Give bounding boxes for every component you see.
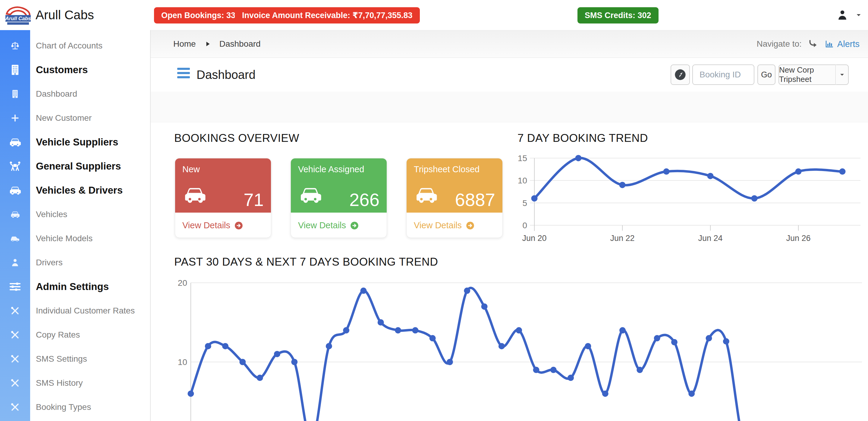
y-axis-tick-label: 10 <box>178 357 187 367</box>
sidebar-item-label: Copy Rates <box>36 330 80 340</box>
user-menu[interactable] <box>835 0 863 30</box>
arull-cabs-logo: Arull Cabs <box>4 5 32 25</box>
x-axis-tick-label: Jun 20 <box>522 234 547 243</box>
card-header: Vehicle Assigned 266 <box>291 158 387 213</box>
seven-day-trend-title: 7 DAY BOOKING TREND <box>518 132 648 144</box>
y-axis-tick-label: 5 <box>522 198 527 208</box>
empty-panel-strip <box>151 92 868 122</box>
go-button[interactable]: Go <box>757 64 775 85</box>
sidebar-item-label: Booking Types <box>36 402 91 412</box>
sidebar-item-label: Drivers <box>36 258 63 267</box>
plus-icon <box>0 106 30 130</box>
booking-card-vehicle-assigned: Vehicle Assigned 266 View Details <box>290 158 387 238</box>
x-axis-tick-label: Jun 26 <box>786 234 810 243</box>
sidebar-item-copy-rates[interactable]: Copy Rates <box>0 323 150 347</box>
booking-card-new: New 71 View Details <box>175 158 271 238</box>
view-details-link[interactable]: View Details <box>182 221 244 230</box>
sidebar-item-customers[interactable]: Customers <box>0 58 150 82</box>
sidebar: Chart of AccountsCustomersDashboardNew C… <box>0 30 151 421</box>
sidebar-item-admin-settings[interactable]: Admin Settings <box>0 274 150 299</box>
app-header: Arull Cabs Arull Cabs Open Bookings: 337… <box>0 0 868 30</box>
tools-icon <box>0 323 30 347</box>
car-icon <box>0 130 30 154</box>
breadcrumb-separator-icon <box>204 40 212 48</box>
sidebar-item-label: New Customer <box>36 113 92 123</box>
booking-id-input[interactable] <box>700 70 747 79</box>
sidebar-item-label: SMS History <box>36 378 83 388</box>
sidebar-item-label: Chart of Accounts <box>36 41 102 51</box>
booking-card-tripsheet-closed: Tripsheet Closed 6887 View Details <box>406 158 503 238</box>
y-axis-tick-label: 20 <box>178 278 187 288</box>
sidebar-item-label: Vehicle Suppliers <box>36 136 118 148</box>
card-value: 71 <box>244 189 264 210</box>
svg-text:Arull Cabs: Arull Cabs <box>5 15 31 21</box>
header-badge[interactable]: Open Bookings: 337 <box>154 7 247 24</box>
sidebar-item-label: General Suppliers <box>36 161 121 172</box>
compass-button[interactable] <box>671 64 690 85</box>
tools-icon <box>0 299 30 323</box>
view-details-link[interactable]: View Details <box>414 221 475 230</box>
card-value: 6887 <box>455 189 495 210</box>
card-value: 266 <box>349 189 379 210</box>
seven-day-booking-chart: 051015Jun 20Jun 22Jun 24Jun 26 <box>514 149 865 243</box>
alerts-label: Alerts <box>837 39 860 49</box>
new-corp-tripsheet-button[interactable]: New Corp Tripsheet <box>778 64 836 85</box>
sidebar-item-general-suppliers[interactable]: General Suppliers <box>0 154 150 178</box>
caret-down-icon <box>838 71 846 78</box>
view-details-link[interactable]: View Details <box>298 221 359 230</box>
card-footer: View Details <box>291 213 387 238</box>
card-header: New 71 <box>175 158 271 213</box>
car-side-icon <box>0 226 30 251</box>
sidebar-item-vehicles-drivers[interactable]: Vehicles & Drivers <box>0 178 150 202</box>
navigate-to-label: Navigate to: <box>756 39 801 49</box>
sidebar-item-sms-settings[interactable]: SMS Settings <box>0 347 150 371</box>
sidebar-item-individual-customer-rates[interactable]: Individual Customer Rates <box>0 299 150 323</box>
sidebar-item-label: Vehicles <box>36 209 67 219</box>
chevron-down-icon <box>855 11 863 19</box>
sidebar-item-label: Vehicles & Drivers <box>36 185 123 196</box>
circle-arrow-right-icon <box>465 221 475 230</box>
x-axis-tick-label: Jun 22 <box>610 234 634 243</box>
car-icon <box>0 202 30 226</box>
sidebar-item-vehicles[interactable]: Vehicles <box>0 202 150 226</box>
sidebar-item-dashboard[interactable]: Dashboard <box>0 82 150 106</box>
sidebar-item-label: SMS Settings <box>36 354 87 364</box>
y-axis-tick-label: 10 <box>518 176 527 185</box>
alerts-link[interactable]: Alerts <box>825 39 860 49</box>
bar-chart-icon <box>825 39 834 49</box>
y-axis-tick-label: 15 <box>518 154 527 163</box>
card-footer: View Details <box>175 213 271 238</box>
car-icon <box>413 182 439 208</box>
balance-scale-icon <box>0 34 30 58</box>
breadcrumb-home-link[interactable]: Home <box>173 39 196 49</box>
page-toolbar: Dashboard Go New Corp Tripsheet <box>151 58 868 92</box>
building-icon <box>0 58 30 82</box>
sliders-icon <box>0 274 30 299</box>
car-icon <box>182 182 208 208</box>
brand-name: Arull Cabs <box>36 0 94 30</box>
sidebar-item-booking-types[interactable]: Booking Types <box>0 395 150 419</box>
sidebar-item-vehicle-models[interactable]: Vehicle Models <box>0 226 150 251</box>
card-label: Vehicle Assigned <box>298 164 364 174</box>
x-axis-tick-label: Jun 24 <box>698 234 722 243</box>
sidebar-item-vehicle-suppliers[interactable]: Vehicle Suppliers <box>0 130 150 154</box>
sidebar-item-drivers[interactable]: Drivers <box>0 251 150 274</box>
building-icon <box>0 82 30 106</box>
car-icon <box>298 182 323 208</box>
person-icon <box>0 251 30 274</box>
menu-toggle-button[interactable] <box>177 67 190 79</box>
circle-arrow-right-icon <box>234 221 244 230</box>
sidebar-item-label: Admin Settings <box>36 281 109 292</box>
card-header: Tripsheet Closed 6887 <box>407 158 502 213</box>
header-badge[interactable]: SMS Credits: 302 <box>578 7 658 24</box>
sidebar-item-new-customer[interactable]: New Customer <box>0 106 150 130</box>
header-badge[interactable]: Invoice Amount Receivable: ₹7,70,77,355.… <box>235 7 420 24</box>
view-details-label: View Details <box>414 221 462 230</box>
people-carry-icon <box>0 154 30 178</box>
tripsheet-dropdown-toggle[interactable] <box>836 64 849 85</box>
view-details-label: View Details <box>182 221 230 230</box>
sidebar-item-label: Individual Customer Rates <box>36 306 135 316</box>
sidebar-item-chart-of-accounts[interactable]: Chart of Accounts <box>0 34 150 58</box>
sidebar-item-sms-history[interactable]: SMS History <box>0 371 150 395</box>
page-title: Dashboard <box>196 58 255 92</box>
